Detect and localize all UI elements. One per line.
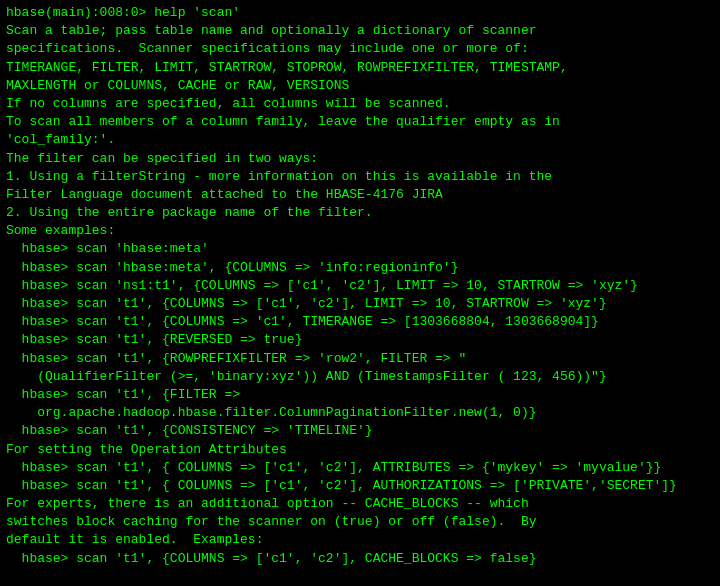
terminal-line: org.apache.hadoop.hbase.filter.ColumnPag… bbox=[6, 404, 714, 422]
terminal-line: hbase> scan 'hbase:meta', {COLUMNS => 'i… bbox=[6, 259, 714, 277]
terminal-line: For setting the Operation Attributes bbox=[6, 441, 714, 459]
terminal-line: hbase> scan 't1', { COLUMNS => ['c1', 'c… bbox=[6, 459, 714, 477]
terminal-line: default it is enabled. Examples: bbox=[6, 531, 714, 549]
terminal-line: (QualifierFilter (>=, 'binary:xyz')) AND… bbox=[6, 368, 714, 386]
terminal-line: hbase(main):008:0> help 'scan' bbox=[6, 4, 714, 22]
terminal-line: hbase> scan 't1', {FILTER => bbox=[6, 386, 714, 404]
terminal-line: hbase> scan 't1', {COLUMNS => ['c1', 'c2… bbox=[6, 295, 714, 313]
terminal-line: MAXLENGTH or COLUMNS, CACHE or RAW, VERS… bbox=[6, 77, 714, 95]
terminal-line: TIMERANGE, FILTER, LIMIT, STARTROW, STOP… bbox=[6, 59, 714, 77]
terminal-line: hbase> scan 'ns1:t1', {COLUMNS => ['c1',… bbox=[6, 277, 714, 295]
terminal-line: specifications. Scanner specifications m… bbox=[6, 40, 714, 58]
terminal-line: The filter can be specified in two ways: bbox=[6, 150, 714, 168]
terminal-line: hbase> scan 't1', {ROWPREFIXFILTER => 'r… bbox=[6, 350, 714, 368]
terminal-line: To scan all members of a column family, … bbox=[6, 113, 714, 131]
terminal-line: switches block caching for the scanner o… bbox=[6, 513, 714, 531]
terminal-line: hbase> scan 't1', {COLUMNS => ['c1', 'c2… bbox=[6, 550, 714, 568]
terminal-line: 'col_family:'. bbox=[6, 131, 714, 149]
terminal-line: Filter Language document attached to the… bbox=[6, 186, 714, 204]
terminal-line: Some examples: bbox=[6, 222, 714, 240]
terminal-line: hbase> scan 't1', {COLUMNS => 'c1', TIME… bbox=[6, 313, 714, 331]
terminal-line: 1. Using a filterString - more informati… bbox=[6, 168, 714, 186]
terminal-line: 2. Using the entire package name of the … bbox=[6, 204, 714, 222]
terminal: hbase(main):008:0> help 'scan'Scan a tab… bbox=[0, 0, 720, 586]
terminal-line: hbase> scan 'hbase:meta' bbox=[6, 240, 714, 258]
terminal-line: hbase> scan 't1', {REVERSED => true} bbox=[6, 331, 714, 349]
terminal-line: hbase> scan 't1', { COLUMNS => ['c1', 'c… bbox=[6, 477, 714, 495]
terminal-line: If no columns are specified, all columns… bbox=[6, 95, 714, 113]
terminal-line: hbase> scan 't1', {CONSISTENCY => 'TIMEL… bbox=[6, 422, 714, 440]
terminal-line: Scan a table; pass table name and option… bbox=[6, 22, 714, 40]
terminal-line: For experts, there is an additional opti… bbox=[6, 495, 714, 513]
